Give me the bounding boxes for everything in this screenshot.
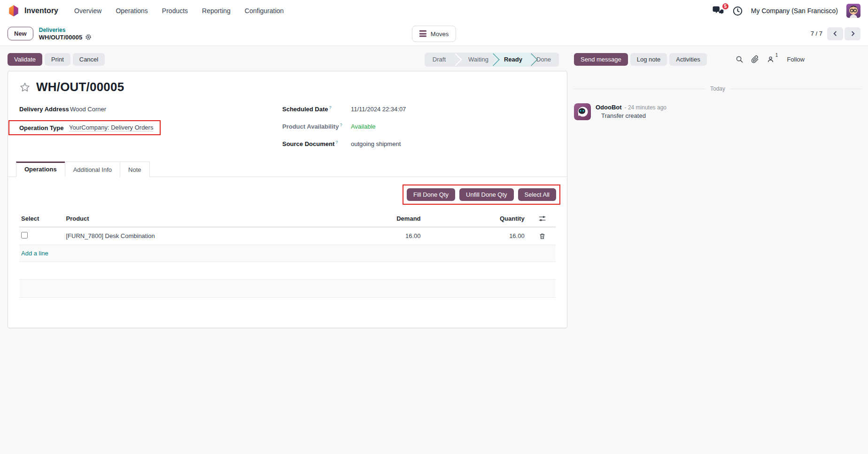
clock-icon — [733, 6, 743, 16]
breadcrumb-deliveries-link[interactable]: Deliveries — [39, 27, 92, 34]
status-step-done[interactable]: Done — [532, 53, 559, 67]
date-divider: Today — [574, 85, 861, 92]
tab-note[interactable]: Note — [120, 162, 149, 177]
row-quantity-cell[interactable]: 16.00 — [426, 227, 529, 245]
followers-button[interactable]: 1 — [767, 55, 775, 63]
chatter-message: OdooBot - 24 minutes ago Transfer create… — [574, 103, 868, 120]
scheduled-date-value[interactable]: 11/11/2024 22:34:07 — [351, 106, 406, 113]
chevron-right-icon — [850, 31, 855, 36]
scheduled-date-label: Scheduled Date? — [282, 105, 351, 113]
row-delete-button[interactable] — [529, 227, 556, 245]
follower-person-icon — [767, 55, 775, 63]
activities-systray-button[interactable] — [733, 6, 743, 16]
column-header-select[interactable]: Select — [19, 210, 64, 227]
cancel-button[interactable]: Cancel — [73, 53, 105, 66]
menu-reporting[interactable]: Reporting — [202, 7, 231, 15]
operations-table: Select Product Demand Quantity — [19, 210, 556, 298]
column-header-demand[interactable]: Demand — [328, 210, 425, 227]
row-demand-cell[interactable]: 16.00 — [328, 227, 425, 245]
follow-button[interactable]: Follow — [787, 56, 805, 63]
menu-operations[interactable]: Operations — [116, 7, 147, 15]
content-area: Validate Print Cancel Draft Waiting Read… — [0, 46, 868, 454]
main-menu: Overview Operations Products Reporting C… — [74, 7, 284, 15]
app-name: Inventory — [24, 7, 58, 15]
search-messages-button[interactable] — [736, 55, 744, 63]
messages-button[interactable]: 5 — [713, 6, 724, 16]
tab-additional-info[interactable]: Additional Info — [65, 162, 120, 177]
new-button[interactable]: New — [8, 27, 33, 40]
column-header-quantity[interactable]: Quantity — [426, 210, 529, 227]
breadcrumb-current-record: WH/OUT/00005 — [39, 34, 82, 41]
menu-overview[interactable]: Overview — [74, 7, 101, 15]
inventory-app-icon — [8, 5, 20, 17]
user-avatar[interactable] — [846, 4, 860, 18]
print-button[interactable]: Print — [45, 53, 70, 66]
table-row: [FURN_7800] Desk Combination 16.00 16.00 — [19, 227, 556, 245]
menu-configuration[interactable]: Configuration — [245, 7, 284, 15]
app-menu-button[interactable]: Inventory — [8, 5, 58, 17]
followers-count: 1 — [775, 53, 778, 58]
empty-row — [19, 280, 556, 298]
message-author: OdooBot — [596, 104, 622, 111]
sliders-icon — [538, 215, 546, 223]
gear-icon[interactable] — [85, 34, 92, 40]
control-panel: New Deliveries WH/OUT/00005 Moves 7 / 7 — [0, 22, 868, 46]
breadcrumb: Deliveries WH/OUT/00005 — [39, 27, 92, 41]
pager-next-button[interactable] — [845, 27, 860, 40]
message-time: - 24 minutes ago — [625, 104, 666, 111]
moves-button[interactable]: Moves — [412, 25, 456, 42]
messages-badge: 5 — [721, 2, 729, 10]
product-availability-value: Available — [351, 123, 376, 130]
paperclip-icon — [751, 55, 759, 63]
add-a-line-link[interactable]: Add a line — [21, 250, 48, 257]
top-navbar: Inventory Overview Operations Products R… — [0, 0, 868, 22]
chevron-left-icon — [833, 31, 838, 36]
annotation-box-operation-type: Operation Type YourCompany: Delivery Ord… — [8, 120, 161, 135]
odoobot-avatar — [574, 103, 591, 120]
fill-done-qty-button[interactable]: Fill Done Qty — [407, 188, 455, 201]
log-note-button[interactable]: Log note — [630, 53, 667, 66]
help-marker: ? — [329, 105, 332, 110]
help-marker: ? — [340, 123, 342, 127]
row-product-cell[interactable]: [FURN_7800] Desk Combination — [64, 227, 329, 245]
attachments-button[interactable] — [751, 55, 759, 63]
tab-operations[interactable]: Operations — [16, 162, 65, 177]
operation-type-value[interactable]: YourCompany: Delivery Orders — [69, 124, 153, 131]
notebook: Operations Additional Info Note Fill Don… — [8, 162, 567, 298]
trash-icon — [539, 232, 546, 240]
moves-label: Moves — [431, 30, 449, 37]
annotation-box-actions: Fill Done Qty Unfill Done Qty Select All — [403, 185, 560, 205]
help-marker: ? — [335, 140, 338, 145]
chatter-panel: Send message Log note Activities — [567, 52, 868, 454]
add-line-row: Add a line — [19, 245, 556, 262]
pager-count: 7 / 7 — [811, 30, 822, 37]
favorite-star-icon[interactable] — [19, 82, 31, 93]
send-message-button[interactable]: Send message — [574, 53, 628, 66]
pager-previous-button[interactable] — [827, 27, 843, 40]
statusbar: Draft Waiting Ready Done — [425, 53, 559, 67]
message-body: Transfer created — [596, 112, 666, 119]
hamburger-icon — [419, 29, 426, 38]
company-switcher[interactable]: My Company (San Francisco) — [751, 7, 838, 15]
record-title: WH/OUT/00005 — [36, 80, 124, 94]
source-document-value[interactable]: outgoing shipment — [351, 140, 401, 147]
status-separator — [454, 53, 460, 67]
search-icon — [736, 55, 744, 63]
activities-button[interactable]: Activities — [669, 53, 706, 66]
delivery-address-value[interactable]: Wood Corner — [70, 106, 106, 113]
menu-products[interactable]: Products — [162, 7, 188, 15]
unfill-done-qty-button[interactable]: Unfill Done Qty — [459, 188, 513, 201]
optional-columns-button[interactable] — [529, 210, 556, 227]
form-statusbar-row: Validate Print Cancel Draft Waiting Read… — [8, 52, 559, 67]
row-select-checkbox[interactable] — [21, 232, 28, 239]
source-document-label: Source Document? — [282, 140, 351, 147]
column-header-product[interactable]: Product — [64, 210, 329, 227]
product-availability-label: Product Availability? — [282, 123, 351, 130]
delivery-address-label: Delivery Address — [19, 106, 70, 113]
select-all-button[interactable]: Select All — [518, 188, 556, 201]
form-sheet: WH/OUT/00005 Delivery Address Wood Corne… — [8, 71, 567, 328]
status-step-ready[interactable]: Ready — [490, 53, 535, 67]
pager: 7 / 7 — [811, 27, 860, 40]
validate-button[interactable]: Validate — [8, 53, 42, 66]
operation-type-label: Operation Type — [19, 124, 69, 131]
